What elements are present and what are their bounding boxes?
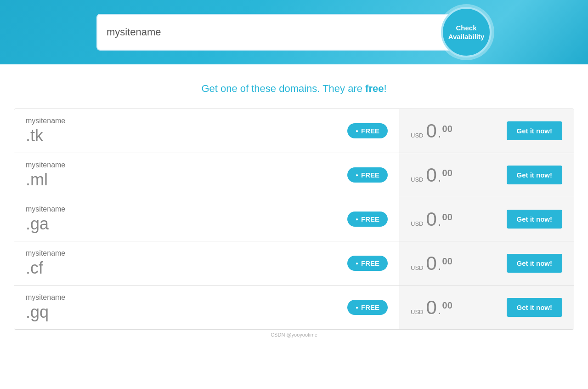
free-badge-3: FREE <box>347 256 388 271</box>
domain-price-section-2: USD 0 . 00 Get it now! <box>399 197 574 241</box>
price-main-4: 0 <box>426 297 436 319</box>
promo-text-bold: free <box>365 83 384 94</box>
domain-info-0: mysitename .tk <box>14 110 336 152</box>
domain-price-section-1: USD 0 . 00 Get it now! <box>399 153 574 197</box>
price-main-1: 0 <box>426 164 436 186</box>
price-decimal-1: 00 <box>442 168 452 178</box>
get-now-button-1[interactable]: Get it now! <box>507 166 563 184</box>
domain-price-section-4: USD 0 . 00 Get it now! <box>399 286 574 329</box>
domain-name-3: mysitename <box>26 249 324 257</box>
price-display-3: USD 0 . 00 <box>411 252 452 275</box>
promo-text-after: ! <box>384 83 386 94</box>
domain-ext-2: .ga <box>26 214 324 234</box>
price-decimal-2: 00 <box>442 212 452 223</box>
footer-watermark: CSDN @yooyootime <box>264 330 324 340</box>
domain-ext-4: .gq <box>26 303 324 322</box>
domain-ext-1: .ml <box>26 170 324 189</box>
promo-text-before: Get one of these domains. They are <box>201 83 365 94</box>
domain-name-1: mysitename <box>26 161 324 169</box>
price-dot-4: . <box>438 303 441 317</box>
search-input[interactable] <box>96 14 450 51</box>
free-badge-4: FREE <box>347 300 388 315</box>
domain-ext-3: .cf <box>26 258 324 278</box>
domain-row: mysitename .gq FREE USD 0 . 00 Get it no… <box>14 286 574 329</box>
promo-title: Get one of these domains. They are free! <box>201 83 386 95</box>
domain-row: mysitename .tk FREE USD 0 . 00 Get it no… <box>14 109 574 153</box>
free-badge-1: FREE <box>347 167 388 183</box>
price-currency-1: USD <box>411 176 423 183</box>
price-currency-4: USD <box>411 309 423 315</box>
price-dot-3: . <box>438 258 441 273</box>
domain-info-2: mysitename .ga <box>14 198 336 240</box>
price-main-3: 0 <box>426 252 436 275</box>
get-now-button-3[interactable]: Get it now! <box>507 254 563 273</box>
domain-name-0: mysitename <box>26 117 324 125</box>
price-decimal-0: 00 <box>442 124 452 134</box>
get-now-button-2[interactable]: Get it now! <box>507 210 563 229</box>
domain-row: mysitename .ga FREE USD 0 . 00 Get it no… <box>14 197 574 241</box>
price-display-4: USD 0 . 00 <box>411 297 452 319</box>
domain-ext-0: .tk <box>26 126 324 145</box>
check-availability-button[interactable]: CheckAvailability <box>441 7 492 57</box>
price-currency-3: USD <box>411 264 423 271</box>
price-main-0: 0 <box>426 120 436 142</box>
price-dot-2: . <box>438 214 441 229</box>
domain-info-1: mysitename .ml <box>14 154 336 196</box>
domain-price-section-0: USD 0 . 00 Get it now! <box>399 109 574 153</box>
domain-name-2: mysitename <box>26 205 324 213</box>
domain-price-section-3: USD 0 . 00 Get it now! <box>399 241 574 285</box>
price-main-2: 0 <box>426 208 436 230</box>
domain-badge-wrapper-0: FREE <box>336 123 399 138</box>
price-decimal-4: 00 <box>442 300 452 311</box>
price-display-0: USD 0 . 00 <box>411 120 452 142</box>
price-currency-0: USD <box>411 132 423 139</box>
search-bar-wrapper: CheckAvailability <box>96 7 492 57</box>
price-display-1: USD 0 . 00 <box>411 164 452 186</box>
domain-row: mysitename .cf FREE USD 0 . 00 Get it no… <box>14 241 574 286</box>
domain-name-4: mysitename <box>26 293 324 302</box>
domain-badge-wrapper-1: FREE <box>336 167 399 183</box>
domain-row: mysitename .ml FREE USD 0 . 00 Get it no… <box>14 153 574 197</box>
price-decimal-3: 00 <box>442 256 452 267</box>
domain-info-3: mysitename .cf <box>14 242 336 285</box>
get-now-button-4[interactable]: Get it now! <box>507 298 563 317</box>
domain-badge-wrapper-2: FREE <box>336 212 399 227</box>
domain-badge-wrapper-4: FREE <box>336 300 399 315</box>
get-now-button-0[interactable]: Get it now! <box>507 121 563 140</box>
price-display-2: USD 0 . 00 <box>411 208 452 230</box>
header: CheckAvailability <box>0 0 588 64</box>
price-dot-1: . <box>438 170 441 185</box>
price-currency-2: USD <box>411 220 423 227</box>
free-badge-0: FREE <box>347 123 388 138</box>
main-content: Get one of these domains. They are free!… <box>0 64 588 358</box>
free-badge-2: FREE <box>347 212 388 227</box>
domain-badge-wrapper-3: FREE <box>336 256 399 271</box>
domain-info-4: mysitename .gq <box>14 286 336 329</box>
domain-list: mysitename .tk FREE USD 0 . 00 Get it no… <box>14 109 574 330</box>
price-dot-0: . <box>438 126 441 141</box>
